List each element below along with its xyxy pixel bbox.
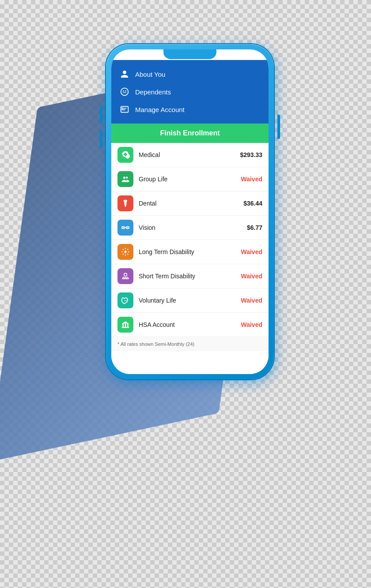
svg-rect-7 [121,109,123,110]
benefit-row-dental[interactable]: Dental $36.44 [111,191,269,216]
long-term-disability-name: Long Term Disability [139,248,236,255]
about-you-icon [118,68,131,80]
nav-item-manage-account[interactable]: Manage Account [118,101,261,118]
svg-point-1 [123,90,124,92]
svg-rect-18 [125,324,126,327]
long-term-disability-value: Waived [241,248,263,255]
benefit-row-medical[interactable]: Medical $293.33 [111,143,269,167]
long-term-disability-icon-box [117,244,133,260]
nav-dependents-label: Dependents [135,88,171,96]
nav-about-you-label: About You [135,71,165,78]
manage-account-icon [118,103,131,116]
benefits-list: Medical $293.33 Gr [111,143,269,374]
dental-value: $36.44 [243,200,262,207]
dental-icon-box [117,195,133,211]
phone-notch [163,49,216,59]
svg-text:∞: ∞ [124,298,127,303]
voluntary-life-name: Voluntary Life [139,297,236,304]
dental-name: Dental [139,200,238,207]
footnote-text: * All rates shown Semi-Monthly (24) [117,341,194,347]
svg-rect-17 [122,324,124,327]
hsa-account-value: Waived [241,321,263,328]
finish-enrollment-button[interactable]: Finish Enrollment [111,124,269,143]
group-life-name: Group Life [139,176,236,183]
svg-point-2 [125,90,126,92]
volume-up-button [100,106,102,124]
svg-rect-19 [127,324,129,327]
group-life-icon-box [117,171,133,187]
nav-header: About You Dependents [111,60,269,124]
nav-item-dependents[interactable]: Dependents [118,83,261,101]
svg-point-0 [121,88,129,96]
svg-point-8 [123,176,125,179]
benefit-row-hsa-account[interactable]: HSA Account Waived [111,313,269,337]
medical-value: $293.33 [240,151,262,158]
vision-icon-box [117,220,133,236]
dependents-icon [118,86,131,98]
medical-icon-box [117,147,133,163]
short-term-disability-name: Short Term Disability [139,273,236,280]
phone-screen: About You Dependents [111,49,269,374]
svg-point-14 [127,227,129,228]
svg-rect-20 [122,327,129,328]
svg-point-13 [123,227,124,228]
short-term-disability-value: Waived [241,273,263,280]
hsa-account-name: HSA Account [139,321,236,328]
benefit-row-short-term-disability[interactable]: Short Term Disability Waived [111,264,269,288]
nav-manage-account-label: Manage Account [135,106,185,113]
svg-rect-6 [121,108,123,109]
svg-point-15 [124,273,127,276]
rates-footnote: * All rates shown Semi-Monthly (24) [111,337,269,351]
phone-device: About You Dependents [106,44,274,379]
vision-value: $6.77 [247,224,262,231]
benefit-row-long-term-disability[interactable]: Long Term Disability Waived [111,240,269,264]
group-life-value: Waived [241,176,263,183]
nav-item-about-you[interactable]: About You [118,65,261,83]
benefit-row-vision[interactable]: Vision $6.77 [111,216,269,240]
medical-name: Medical [139,151,235,158]
volume-down-button [100,130,102,148]
benefit-row-voluntary-life[interactable]: ∞ Voluntary Life Waived [111,288,269,313]
finish-enrollment-label: Finish Enrollment [160,129,220,137]
hsa-account-icon-box [117,317,133,333]
svg-point-9 [126,177,128,179]
power-button [277,115,280,139]
vision-name: Vision [139,224,242,231]
voluntary-life-value: Waived [241,297,263,304]
voluntary-life-icon-box: ∞ [117,292,133,308]
benefit-row-group-life[interactable]: Group Life Waived [111,167,269,191]
short-term-disability-icon-box [117,268,133,284]
